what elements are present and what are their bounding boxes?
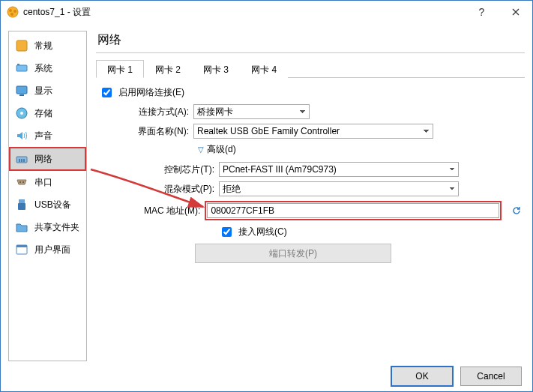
help-button[interactable]: ? [465,1,499,23]
advanced-toggle[interactable]: ▽ 高级(d) [198,143,522,156]
page-title: 网络 [96,31,525,52]
sidebar-item-usb[interactable]: USB设备 [9,193,86,216]
svg-point-0 [7,7,18,17]
attached-to-select[interactable]: 桥接网卡 [193,104,310,119]
promiscuous-select[interactable]: 拒绝 [219,181,459,196]
cancel-button[interactable]: Cancel [460,367,522,386]
sidebar-item-storage[interactable]: 存储 [9,102,86,124]
sidebar-item-label: USB设备 [34,199,71,211]
adapter-type-label: 控制芯片(T): [141,163,214,176]
sidebar-item-ui[interactable]: 用户界面 [9,238,86,261]
sidebar-item-serial[interactable]: 串口 [9,171,86,193]
sidebar-item-label: 常规 [34,40,52,52]
mac-address-label: MAC 地址(M): [141,205,200,217]
svg-rect-6 [17,64,19,65]
general-icon [15,39,28,52]
svg-rect-18 [18,203,25,210]
divider [96,52,525,53]
close-button[interactable] [499,1,532,23]
svg-point-10 [20,112,23,115]
storage-icon [15,106,28,120]
display-icon [15,84,28,97]
tab-adapter1[interactable]: 网卡 1 [96,60,144,78]
sidebar-item-shared[interactable]: 共享文件夹 [9,216,86,238]
enable-network-label: 启用网络连接(E) [118,86,184,99]
tab-adapter2[interactable]: 网卡 2 [144,60,192,78]
svg-point-16 [22,181,24,183]
sidebar-item-label: 用户界面 [34,244,70,256]
svg-point-1 [9,9,12,12]
svg-rect-20 [16,245,27,247]
svg-rect-8 [19,94,24,96]
sidebar-item-label: 系统 [34,62,52,75]
svg-rect-14 [23,159,25,162]
shared-folder-icon [15,220,28,234]
sidebar-item-label: 串口 [34,176,52,189]
sidebar-item-label: 声音 [34,130,52,142]
svg-rect-13 [21,159,22,162]
sidebar-item-label: 显示 [34,85,52,97]
usb-icon [15,198,28,211]
audio-icon [15,129,28,142]
system-icon [15,61,28,75]
sidebar-item-label: 存储 [34,107,52,120]
adapter-type-select[interactable]: PCnet-FAST III (Am79C973) [219,162,459,177]
cable-connected-label: 接入网线(C) [238,226,287,238]
svg-rect-4 [16,40,27,51]
interface-name-select[interactable]: Realtek USB GbE Family Controller [193,124,433,139]
promiscuous-label: 混杂模式(P): [141,183,214,196]
sidebar-item-network[interactable]: 网络 [9,147,86,171]
mac-address-input[interactable] [207,203,499,218]
sidebar-item-general[interactable]: 常规 [9,34,86,57]
app-icon [7,6,19,18]
serial-icon [15,175,28,189]
refresh-mac-button[interactable] [511,204,522,217]
tab-adapter4[interactable]: 网卡 4 [240,60,288,78]
enable-network-checkbox[interactable] [102,88,112,97]
chevron-down-icon: ▽ [198,145,204,154]
tab-adapter3[interactable]: 网卡 3 [192,60,240,78]
ui-icon [15,243,28,256]
sidebar-item-display[interactable]: 显示 [9,79,86,102]
svg-rect-12 [19,159,20,162]
cable-connected-checkbox[interactable] [222,227,232,237]
sidebar-item-label: 网络 [34,153,52,166]
mac-highlight-box [205,201,502,220]
tab-bar: 网卡 1 网卡 2 网卡 3 网卡 4 [96,59,525,78]
svg-rect-5 [16,65,27,71]
svg-point-2 [13,10,16,13]
svg-rect-7 [16,86,27,94]
sidebar-item-label: 共享文件夹 [34,221,79,234]
network-icon [15,152,28,166]
attached-to-label: 连接方式(A): [115,106,189,118]
port-forwarding-button[interactable]: 端口转发(P) [195,244,391,263]
sidebar-item-system[interactable]: 系统 [9,57,86,79]
ok-button[interactable]: OK [391,367,453,386]
svg-point-3 [10,13,13,16]
sidebar-item-audio[interactable]: 声音 [9,124,86,147]
window-title: centos7_1 - 设置 [23,6,91,19]
svg-point-15 [19,181,21,183]
interface-name-label: 界面名称(N): [115,125,189,138]
sidebar: 常规 系统 显示 存储 声音 网络 串口 USB设备 [8,31,87,361]
svg-rect-17 [19,199,25,203]
